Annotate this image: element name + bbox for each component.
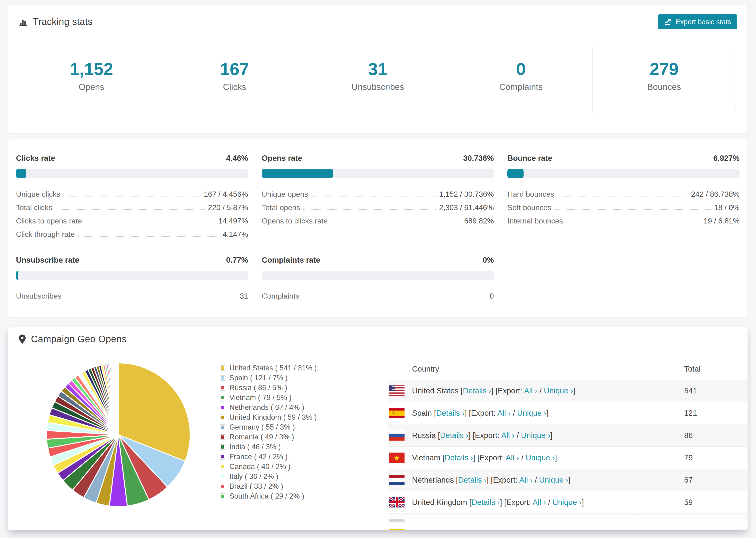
geo-legend: United States ( 541 / 31% )Spain ( 121 /… (220, 363, 317, 501)
export-unique-link[interactable]: Unique › (517, 409, 547, 417)
rate-row-label: Internal bounces (507, 217, 563, 227)
export-unique-link[interactable]: Unique › (553, 498, 582, 507)
rate-value: 0.77% (226, 256, 248, 265)
legend-color-chip (220, 484, 225, 489)
bar-chart-icon (18, 17, 28, 27)
country-cell: United Kingdom [Details ›] [Export: All … (412, 498, 584, 507)
rate-row-value: 220 / 5.87% (208, 203, 248, 213)
progress-bar (16, 169, 248, 178)
rate-row-value: 689.82% (464, 217, 494, 227)
legend-item: Italy ( 36 / 2% ) (220, 471, 317, 481)
legend-color-chip (220, 405, 225, 410)
rate-rows: Unsubscribes31 (16, 289, 248, 302)
country-cell: Spain [Details ›] [Export: All › / Uniqu… (412, 409, 549, 418)
country-name: Netherlands [ (412, 476, 458, 484)
details-link[interactable]: Details › (448, 520, 477, 529)
legend-item: Germany ( 55 / 3% ) (220, 422, 317, 432)
rate-value: 0% (483, 256, 494, 265)
rate-stat-row: Total opens2,303 / 61.446% (262, 200, 494, 213)
slash-separator: / (523, 520, 529, 529)
export-all-link[interactable]: All › (506, 453, 519, 462)
rate-row-label: Complaints (262, 292, 299, 302)
rate-row-label: Unsubscribes (16, 292, 62, 302)
rate-block-unsubscribe-rate: Unsubscribe rate0.77%Unsubscribes31 (16, 256, 248, 302)
slash-separator: / (511, 409, 517, 417)
rate-row-value: 242 / 86.738% (691, 190, 739, 200)
export-all-link[interactable]: All › (524, 386, 537, 395)
progress-bar (262, 271, 494, 280)
stat-label: Unsubscribes (306, 82, 449, 92)
stat-label: Bounces (593, 82, 735, 92)
rate-title: Clicks rate (16, 154, 55, 163)
legend-item: Spain ( 121 / 7% ) (220, 373, 317, 383)
stat-box-clicks: 167Clicks (163, 47, 306, 113)
legend-item: South Africa ( 29 / 2% ) (220, 491, 317, 501)
export-unique-link[interactable]: Unique › (539, 476, 568, 484)
export-basic-stats-button[interactable]: Export basic stats (658, 14, 737, 29)
rate-row-value: 19 / 6.81% (704, 217, 739, 227)
export-text: ] [Export: (477, 520, 509, 529)
export-unique-link[interactable]: Unique › (526, 453, 555, 462)
export-all-link[interactable]: All › (509, 520, 523, 529)
tracking-stats-title: Tracking stats (18, 17, 92, 27)
geo-header: Campaign Geo Opens (8, 327, 747, 351)
stat-box-unsubscribes: 31Unsubscribes (306, 47, 449, 113)
country-cell: Russia [Details ›] [Export: All › / Uniq… (412, 431, 553, 440)
legend-label: France ( 42 / 2% ) (229, 453, 288, 461)
rate-row-value: 2,303 / 61.446% (439, 203, 494, 213)
rate-row-value: 0 (490, 292, 494, 302)
flag-icon-de (389, 519, 405, 530)
legend-item: Brazil ( 33 / 2% ) (220, 481, 317, 491)
export-all-link[interactable]: All › (519, 476, 533, 484)
export-all-link[interactable]: All › (501, 431, 514, 440)
rate-row-label: Total clicks (16, 203, 52, 213)
legend-item: Romania ( 49 / 3% ) (220, 432, 317, 442)
details-link[interactable]: Details › (445, 453, 473, 462)
total-cell: 55 (684, 520, 693, 529)
legend-label: Romania ( 49 / 3% ) (229, 433, 294, 441)
dotted-leader (566, 223, 700, 223)
geo-title: Campaign Geo Opens (18, 334, 127, 344)
progress-bar-fill (16, 169, 26, 178)
details-link[interactable]: Details › (458, 476, 486, 484)
legend-color-chip (220, 395, 225, 401)
details-link[interactable]: Details › (471, 498, 500, 507)
stat-box-bounces: 279Bounces (592, 47, 735, 113)
details-link[interactable]: Details › (436, 409, 465, 417)
export-all-link[interactable]: All › (533, 498, 546, 507)
campaign-geo-opens-card: Campaign Geo Opens United States ( 541 /… (8, 327, 748, 530)
country-name: United States [ (412, 386, 463, 395)
stat-value: 0 (449, 61, 592, 78)
table-row-gb: United Kingdom [Details ›] [Export: All … (388, 491, 748, 513)
closing-bracket: ] (582, 498, 584, 507)
dotted-leader (331, 223, 461, 223)
legend-item: Canada ( 40 / 2% ) (220, 462, 317, 471)
rate-rows: Complaints0 (262, 289, 494, 302)
dotted-leader (303, 209, 436, 210)
geo-table-header: Country Total (388, 358, 748, 380)
rate-row-label: Soft bounces (507, 203, 551, 213)
export-unique-link[interactable]: Unique › (544, 386, 573, 395)
details-link[interactable]: Details › (440, 431, 468, 440)
rate-row-label: Click through rate (16, 230, 75, 240)
progress-bar (507, 169, 739, 178)
closing-bracket: ] (550, 431, 553, 440)
rate-title: Bounce rate (507, 154, 552, 163)
legend-item: Netherlands ( 67 / 4% ) (220, 403, 317, 412)
closing-bracket: ] (568, 476, 570, 484)
legend-label: Vietnam ( 79 / 5% ) (229, 394, 292, 402)
rate-row-label: Unique opens (262, 190, 308, 200)
rate-rows: Hard bounces242 / 86.738%Soft bounces18 … (507, 187, 739, 227)
slash-separator: / (537, 386, 544, 395)
dotted-leader (558, 196, 688, 196)
rate-row-value: 1,152 / 30.736% (439, 190, 494, 200)
geo-pie-chart (45, 362, 191, 508)
export-unique-link[interactable]: Unique › (521, 431, 550, 440)
export-unique-link[interactable]: Unique › (529, 520, 559, 529)
details-link[interactable]: Details › (463, 386, 491, 395)
legend-label: Canada ( 40 / 2% ) (229, 462, 291, 471)
rate-stat-row: Total clicks220 / 5.87% (16, 200, 248, 213)
rate-rows: Unique clicks167 / 4.456%Total clicks220… (16, 187, 248, 240)
export-all-link[interactable]: All › (497, 409, 511, 417)
progress-bar-fill (16, 271, 18, 280)
